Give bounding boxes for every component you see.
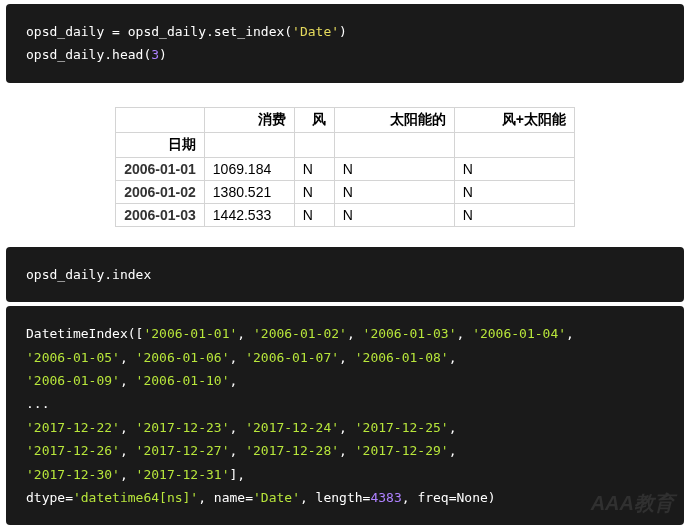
row-index: 2006-01-01 — [116, 157, 205, 180]
output-line: DatetimeIndex(['2006-01-01', '2006-01-02… — [26, 322, 664, 345]
index-name: 日期 — [116, 132, 205, 157]
cell: 1069.184 — [204, 157, 294, 180]
cell: 1380.521 — [204, 180, 294, 203]
cell: N — [294, 203, 334, 226]
code-line-2: opsd_daily.head(3) — [26, 47, 167, 62]
output-table-wrap: 消费 风 太阳能的 风+太阳能 日期 2006-01-01 1069.184 N… — [0, 87, 690, 243]
output-line: '2017-12-26', '2017-12-27', '2017-12-28'… — [26, 439, 664, 462]
code-cell-2: opsd_daily.index — [6, 247, 684, 302]
col-solar: 太阳能的 — [334, 107, 454, 132]
output-cell: DatetimeIndex(['2006-01-01', '2006-01-02… — [6, 306, 684, 525]
cell: N — [334, 203, 454, 226]
table-row: 2006-01-02 1380.521 N N N — [116, 180, 575, 203]
row-index: 2006-01-02 — [116, 180, 205, 203]
table-index-name-row: 日期 — [116, 132, 575, 157]
output-line: '2006-01-05', '2006-01-06', '2006-01-07'… — [26, 346, 664, 369]
output-line: '2006-01-09', '2006-01-10', — [26, 369, 664, 392]
cell: N — [334, 157, 454, 180]
cell: N — [334, 180, 454, 203]
table-row: 2006-01-03 1442.533 N N N — [116, 203, 575, 226]
table-header-row: 消费 风 太阳能的 风+太阳能 — [116, 107, 575, 132]
cell: N — [454, 180, 574, 203]
code-line-1: opsd_daily = opsd_daily.set_index('Date'… — [26, 24, 347, 39]
col-wind: 风 — [294, 107, 334, 132]
cell: N — [454, 203, 574, 226]
header-corner — [116, 107, 205, 132]
code-line: opsd_daily.index — [26, 267, 151, 282]
output-line: '2017-12-30', '2017-12-31'], — [26, 463, 664, 486]
output-line: dtype='datetime64[ns]', name='Date', len… — [26, 486, 664, 509]
dataframe-table: 消费 风 太阳能的 风+太阳能 日期 2006-01-01 1069.184 N… — [115, 107, 575, 227]
cell: 1442.533 — [204, 203, 294, 226]
col-wind-solar: 风+太阳能 — [454, 107, 574, 132]
cell: N — [294, 180, 334, 203]
col-consume: 消费 — [204, 107, 294, 132]
row-index: 2006-01-03 — [116, 203, 205, 226]
output-ellipsis: ... — [26, 392, 664, 415]
cell: N — [294, 157, 334, 180]
code-cell-1: opsd_daily = opsd_daily.set_index('Date'… — [6, 4, 684, 83]
table-row: 2006-01-01 1069.184 N N N — [116, 157, 575, 180]
cell: N — [454, 157, 574, 180]
output-line: '2017-12-22', '2017-12-23', '2017-12-24'… — [26, 416, 664, 439]
